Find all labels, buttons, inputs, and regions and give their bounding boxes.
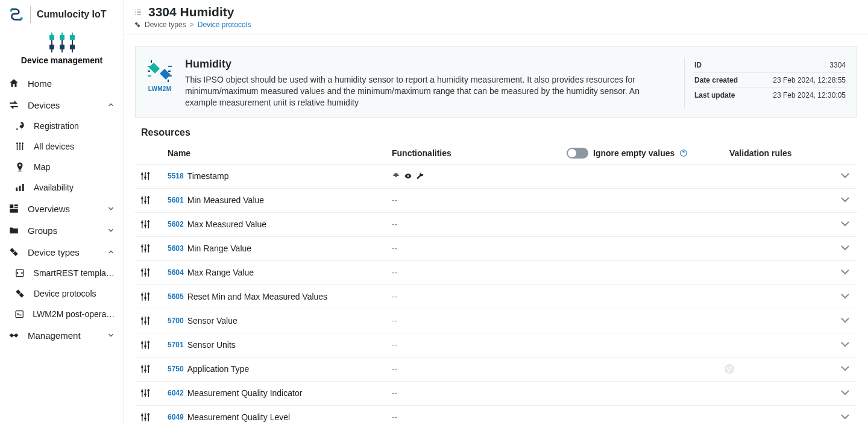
svg-point-19 <box>22 142 24 144</box>
resource-ignore <box>562 389 725 397</box>
nav-management[interactable]: Management <box>0 324 124 346</box>
device-management-icon <box>46 31 78 53</box>
chevron-down-icon[interactable] <box>838 199 852 209</box>
resource-functionalities: -- <box>387 360 562 377</box>
svg-rect-35 <box>145 172 146 180</box>
svg-point-70 <box>147 293 149 295</box>
svg-point-22 <box>17 171 22 172</box>
signal-icon <box>392 172 400 180</box>
sliders-icon <box>140 388 151 398</box>
svg-rect-8 <box>49 45 54 49</box>
nav-map[interactable]: Map <box>0 157 124 177</box>
brand-name: Cumulocity IoT <box>37 9 107 20</box>
chevron-down-icon[interactable] <box>838 295 852 305</box>
nav-device-protocols[interactable]: Device protocols <box>0 283 124 304</box>
resource-row[interactable]: 6049Measurement Quality Level-- <box>135 406 857 425</box>
resource-validation <box>725 341 833 348</box>
divider <box>30 6 31 23</box>
chevron-down-icon[interactable] <box>838 271 852 281</box>
nav-groups[interactable]: Groups <box>0 219 124 241</box>
resource-ignore <box>562 365 725 373</box>
svg-point-94 <box>147 389 149 392</box>
resource-row[interactable]: 5701Sensor Units-- <box>135 333 857 357</box>
resource-functionalities: -- <box>387 192 562 209</box>
svg-point-96 <box>141 414 143 417</box>
svg-point-56 <box>144 249 146 251</box>
resource-row[interactable]: 5601Min Measured Value-- <box>135 189 857 213</box>
svg-point-21 <box>19 164 20 166</box>
svg-point-60 <box>141 269 143 272</box>
chevron-down-icon[interactable] <box>838 344 852 353</box>
resource-row[interactable]: 5750Application Type-- <box>135 357 857 382</box>
nav-devices[interactable]: Devices <box>0 94 124 116</box>
chevron-down-icon[interactable] <box>838 392 852 401</box>
rocket-icon <box>14 121 25 131</box>
eye-icon <box>404 172 412 180</box>
sliders-icon <box>140 171 151 181</box>
collapse-sidebar-icon[interactable] <box>134 8 142 16</box>
help-icon[interactable] <box>679 149 688 157</box>
resource-row[interactable]: 5518Timestamp <box>135 165 857 189</box>
resource-row[interactable]: 5700Sensor Value-- <box>135 309 857 333</box>
chevron-down-icon[interactable] <box>838 320 852 329</box>
svg-rect-31 <box>16 311 23 318</box>
resource-ignore <box>562 197 725 204</box>
nav-device-types[interactable]: Device types <box>0 241 124 263</box>
svg-rect-23 <box>16 187 17 191</box>
column-toggle[interactable] <box>567 148 588 159</box>
resource-row[interactable]: 6042Measurement Quality Indicator-- <box>135 382 857 406</box>
meta-updated: Last update 23 Feb 2024, 12:30:05 <box>694 88 846 102</box>
submodule-title: Device management <box>21 55 102 65</box>
template-icon <box>14 268 25 279</box>
nav-overviews[interactable]: Overviews <box>0 198 124 219</box>
chevron-down-icon[interactable] <box>838 223 852 233</box>
breadcrumb-link[interactable]: Device protocols <box>198 20 251 29</box>
resource-row[interactable]: 5604Max Range Value-- <box>135 261 857 285</box>
nav-smartrest[interactable]: SmartREST templates <box>0 263 124 283</box>
resource-functionalities: -- <box>387 264 562 281</box>
home-icon <box>8 78 19 89</box>
chevron-down-icon[interactable] <box>838 175 852 184</box>
svg-point-36 <box>144 177 146 179</box>
protocol-type-label: LWM2M <box>148 86 172 92</box>
protocol-name: Humidity <box>185 58 672 71</box>
svg-point-40 <box>407 175 409 177</box>
nav-home[interactable]: Home <box>0 72 124 94</box>
nav-registration[interactable]: Registration <box>0 116 124 136</box>
chevron-down-icon <box>107 226 115 235</box>
resource-ignore <box>562 172 725 180</box>
sliders-icon <box>140 267 151 278</box>
wrench-icon <box>416 172 424 180</box>
svg-rect-49 <box>145 220 146 228</box>
chevron-down-icon[interactable] <box>838 368 852 377</box>
resource-row[interactable]: 5603Min Range Value-- <box>135 237 857 261</box>
svg-rect-28 <box>14 207 18 209</box>
svg-rect-16 <box>17 144 18 150</box>
nav-all-devices[interactable]: All devices <box>0 136 124 157</box>
svg-point-0 <box>10 9 12 11</box>
sliders-icon <box>140 364 151 374</box>
resource-name: 5750Application Type <box>163 360 387 377</box>
resource-name: 5518Timestamp <box>163 168 387 184</box>
resource-ignore <box>562 341 725 348</box>
resource-name: 5604Max Range Value <box>163 264 387 281</box>
svg-point-64 <box>147 269 149 271</box>
svg-point-48 <box>141 221 143 224</box>
resource-row[interactable]: 5602Max Measured Value-- <box>135 213 857 237</box>
svg-rect-3 <box>51 33 52 36</box>
resource-functionalities: -- <box>387 288 562 305</box>
map-pin-icon <box>14 162 25 172</box>
svg-rect-2 <box>49 35 54 40</box>
resource-row[interactable]: 5605Reset Min and Max Measured Values-- <box>135 285 857 309</box>
nav-lwm2m-post[interactable]: LWM2M post-operatio… <box>0 304 124 324</box>
svg-rect-6 <box>70 35 75 40</box>
svg-rect-67 <box>145 292 146 301</box>
chevron-down-icon[interactable] <box>838 416 852 425</box>
svg-rect-20 <box>22 144 24 150</box>
chevron-down-icon[interactable] <box>838 247 852 257</box>
nav-availability[interactable]: Availability <box>0 177 124 198</box>
svg-point-84 <box>141 366 143 368</box>
page-title: 3304 Humidity <box>148 5 234 19</box>
resource-name: 6042Measurement Quality Indicator <box>163 385 387 401</box>
dashboard-icon <box>8 203 19 214</box>
